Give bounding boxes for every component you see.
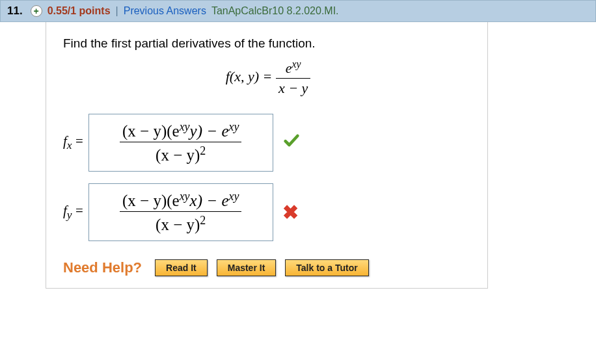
question-body: Find the first partial derivatives of th…	[46, 22, 488, 289]
previous-answers-link[interactable]: Previous Answers	[124, 5, 206, 17]
question-number: 11.	[7, 5, 23, 18]
separator: |	[116, 5, 118, 17]
question-container: 11. + 0.55/1 points | Previous Answers T…	[0, 0, 596, 289]
read-it-button[interactable]: Read It	[155, 259, 208, 276]
function-lhs: f(x, y) =	[226, 68, 276, 84]
talk-to-tutor-button[interactable]: Talk to a Tutor	[285, 259, 368, 276]
function-definition: f(x, y) = exy x − y	[63, 58, 473, 97]
checkmark-icon	[282, 131, 301, 154]
need-help-row: Need Help? Read It Master It Talk to a T…	[63, 259, 473, 276]
fx-answer-box[interactable]: (x − y)(exyy) − exy (x − y)2	[88, 114, 273, 172]
fy-label: fy =	[63, 203, 83, 222]
answer-row-fy: fy = (x − y)(exyx) − exy (x − y)2 ✖	[63, 183, 473, 241]
answer-row-fx: fx = (x − y)(exyy) − exy (x − y)2	[63, 114, 473, 172]
need-help-label: Need Help?	[63, 259, 142, 276]
fx-label: fx =	[63, 133, 83, 152]
expand-icon[interactable]: +	[31, 5, 42, 17]
master-it-button[interactable]: Master It	[217, 259, 277, 276]
book-reference: TanApCalcBr10 8.2.020.MI.	[211, 5, 339, 17]
x-mark-icon: ✖	[282, 201, 299, 224]
question-header: 11. + 0.55/1 points | Previous Answers T…	[0, 0, 596, 22]
points-display: 0.55/1 points	[47, 5, 111, 17]
question-prompt: Find the first partial derivatives of th…	[63, 36, 473, 51]
fy-answer-box[interactable]: (x − y)(exyx) − exy (x − y)2	[88, 183, 273, 241]
